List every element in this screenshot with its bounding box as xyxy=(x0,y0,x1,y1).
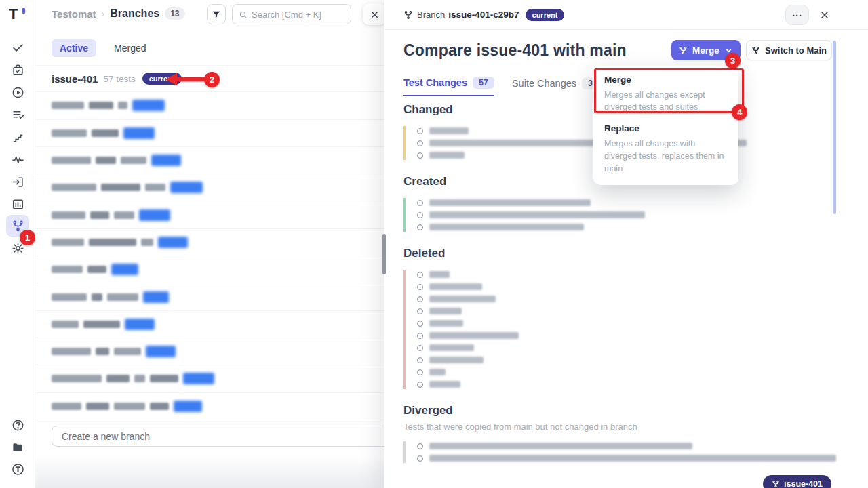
projects-folder-icon[interactable] xyxy=(6,436,29,458)
search-input[interactable] xyxy=(252,9,344,20)
redacted-badge xyxy=(111,264,138,275)
redacted-badge xyxy=(146,346,176,357)
branch-row-redacted[interactable] xyxy=(35,311,384,338)
panel-resize-handle[interactable] xyxy=(382,234,386,274)
change-item[interactable] xyxy=(417,271,841,278)
redacted-text xyxy=(90,211,109,219)
check-icon[interactable] xyxy=(6,37,29,58)
item-bullet-icon xyxy=(417,212,423,218)
redacted-text xyxy=(96,348,109,355)
redacted-test-name xyxy=(429,443,692,449)
tab-active[interactable]: Active xyxy=(52,39,96,57)
close-icon xyxy=(370,9,380,20)
item-bullet-icon xyxy=(417,272,423,278)
branch-row-redacted[interactable] xyxy=(35,92,384,119)
branches-close-button[interactable] xyxy=(363,3,386,25)
compare-close-button[interactable] xyxy=(818,8,831,22)
funnel-icon xyxy=(212,9,221,19)
import-icon[interactable] xyxy=(6,171,29,192)
briefcase-check-icon[interactable] xyxy=(6,59,29,81)
redacted-text xyxy=(114,348,141,355)
redacted-text xyxy=(150,403,169,410)
change-item[interactable] xyxy=(417,357,841,363)
tab-label: Test Changes xyxy=(403,77,467,88)
tab-test-changes[interactable]: Test Changes 57 xyxy=(403,77,494,96)
section-subtitle: Tests that were copied from main but not… xyxy=(403,422,841,432)
change-item[interactable] xyxy=(417,199,841,206)
redacted-text xyxy=(101,184,140,191)
redacted-text xyxy=(118,102,127,109)
branch-row-redacted[interactable] xyxy=(35,147,384,174)
change-item[interactable] xyxy=(417,443,841,449)
compare-panel-header: Branch issue-401-c29b7 current ··· xyxy=(384,0,868,30)
tab-merged[interactable]: Merged xyxy=(106,39,154,57)
branch-row-redacted[interactable] xyxy=(35,338,384,365)
more-options-button[interactable]: ··· xyxy=(785,5,809,25)
help-icon[interactable] xyxy=(6,414,29,436)
change-item[interactable] xyxy=(417,455,841,462)
redacted-text xyxy=(96,157,116,164)
redacted-text xyxy=(87,266,106,273)
redacted-test-name xyxy=(429,381,460,388)
change-item[interactable] xyxy=(417,381,841,388)
branch-row-redacted[interactable] xyxy=(35,256,384,283)
branch-row-redacted[interactable] xyxy=(35,229,384,256)
change-item[interactable] xyxy=(417,332,841,339)
redacted-test-name xyxy=(429,369,446,375)
redacted-badge xyxy=(151,155,181,166)
change-item[interactable] xyxy=(417,283,841,290)
redacted-badge xyxy=(125,319,155,330)
change-item[interactable] xyxy=(417,211,841,218)
change-item[interactable] xyxy=(417,320,841,327)
report-chart-icon[interactable] xyxy=(6,193,29,215)
change-item[interactable] xyxy=(417,308,841,314)
redacted-text xyxy=(92,293,102,301)
item-bullet-icon xyxy=(417,200,423,206)
search-icon xyxy=(239,10,248,19)
logo-accent xyxy=(22,8,25,14)
dropdown-option-replace[interactable]: Replace Merges all changes with diverged… xyxy=(604,123,728,174)
option-description: Merges all changes with diverged tests, … xyxy=(604,138,728,174)
play-circle-icon[interactable] xyxy=(6,81,29,103)
filter-button[interactable] xyxy=(207,4,226,24)
change-item[interactable] xyxy=(417,224,841,230)
annotation-highlight-rect xyxy=(594,68,744,113)
redacted-text xyxy=(52,184,96,191)
search-box xyxy=(232,4,351,24)
branch-row-redacted[interactable] xyxy=(35,201,384,228)
compare-title: Compare issue-401 with main xyxy=(403,41,627,60)
scrollbar-thumb[interactable] xyxy=(833,41,836,214)
change-item[interactable] xyxy=(417,344,841,351)
breadcrumb: Testomat › Branches 13 xyxy=(52,7,185,20)
redacted-text xyxy=(52,102,84,109)
switch-to-main-button[interactable]: Switch to Main xyxy=(746,40,832,60)
redacted-text xyxy=(121,157,146,164)
branch-row-redacted[interactable] xyxy=(35,365,384,392)
tab-suite-changes[interactable]: Suite Changes 3 xyxy=(512,77,599,96)
item-bullet-icon xyxy=(417,284,423,290)
floating-branch-badge[interactable]: issue-401 xyxy=(763,475,831,488)
redacted-text xyxy=(52,375,102,382)
steps-icon[interactable] xyxy=(6,126,29,148)
branch-row-redacted[interactable] xyxy=(35,393,384,420)
create-branch-input[interactable] xyxy=(52,426,431,447)
redacted-text xyxy=(52,157,91,164)
branch-row-redacted[interactable] xyxy=(35,174,384,201)
pulse-icon[interactable] xyxy=(6,148,29,170)
branch-row-redacted[interactable] xyxy=(35,120,384,147)
account-avatar[interactable] xyxy=(6,458,29,480)
redacted-text xyxy=(52,266,83,273)
change-item[interactable] xyxy=(417,296,841,302)
item-bullet-icon xyxy=(417,333,423,339)
redacted-badge xyxy=(158,237,188,248)
item-bullet-icon xyxy=(417,128,423,134)
list-check-icon[interactable] xyxy=(6,104,29,125)
redacted-branch-rows xyxy=(35,92,384,420)
section-items xyxy=(403,441,841,463)
branch-row-redacted[interactable] xyxy=(35,283,384,310)
breadcrumb-project[interactable]: Testomat xyxy=(52,8,96,20)
redacted-text xyxy=(52,211,85,219)
change-item[interactable] xyxy=(417,369,841,375)
redacted-test-name xyxy=(429,271,450,278)
testomat-logo[interactable]: T xyxy=(9,5,18,23)
